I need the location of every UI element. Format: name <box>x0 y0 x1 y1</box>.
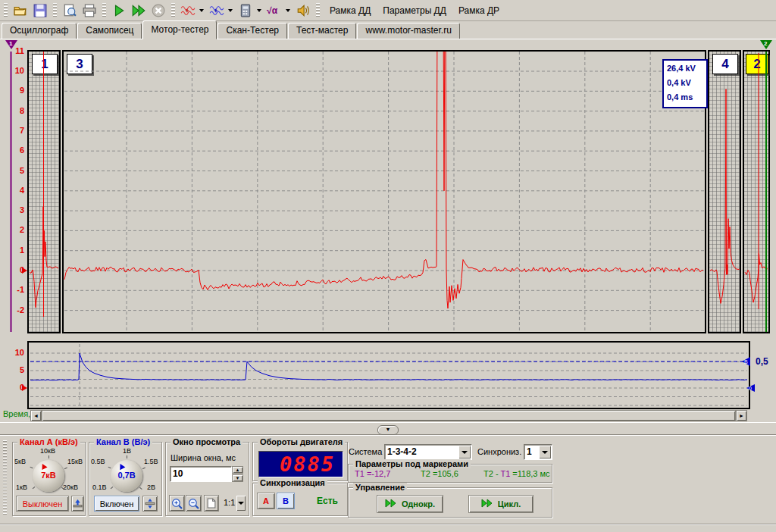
tab-скан-тестер[interactable]: Скан-Тестер <box>217 23 287 39</box>
scrollbar-thumb[interactable] <box>42 410 736 421</box>
math-dropdown-caret[interactable] <box>286 9 290 12</box>
wave-blue-icon <box>209 4 224 17</box>
toolbar-grip[interactable] <box>53 3 57 18</box>
cycle-run-label: Цикл. <box>498 499 521 509</box>
new-view-button[interactable] <box>204 495 219 512</box>
window-width-input[interactable]: 10 <box>170 466 232 482</box>
start-cycle-button[interactable] <box>130 2 148 20</box>
zoom-in-button[interactable] <box>169 495 185 512</box>
channel-a-title: Канал А (кВ/э) <box>17 437 80 446</box>
channel-b-settings-button[interactable] <box>208 2 226 20</box>
toolbar-grip[interactable] <box>102 3 106 18</box>
toolbar-grip[interactable] <box>171 3 175 18</box>
window-width-spinner[interactable]: ▲ ▼ <box>232 466 243 482</box>
timeline-tick-10: 10 <box>2 348 24 357</box>
toolbar-grip[interactable] <box>4 3 8 18</box>
speaker-icon <box>296 4 310 17</box>
sync-a-button[interactable]: А <box>257 493 275 509</box>
start-button[interactable] <box>110 2 128 20</box>
menu-item-1[interactable]: Рамка ДД <box>324 3 377 18</box>
marker-params-group: Параметры под маркерами T1 =-12,7 T2 =10… <box>348 464 552 483</box>
calculator-dropdown-caret[interactable] <box>257 9 261 12</box>
status-bar <box>0 524 776 532</box>
print-preview-button[interactable] <box>61 2 79 20</box>
timeline-tick-0: 0 <box>2 383 24 392</box>
control-panel: Канал А (кВ/э) 10кВ 5кВ 15кВ 1кВ 20кВ 7к… <box>0 435 776 524</box>
dial-b-15v: 1.5В <box>144 458 158 465</box>
rpm-display: 0885 <box>258 451 343 477</box>
save-button[interactable] <box>31 2 49 20</box>
readout-kv-burn: 0,4 kV <box>667 76 706 90</box>
spinner-up-button[interactable]: ▲ <box>232 466 243 474</box>
channel-b-knob[interactable]: 0,7В <box>111 460 142 492</box>
collapse-panel-button[interactable]: ▼ <box>377 425 399 435</box>
scrollbar-left-arrow[interactable]: ◄ <box>30 410 42 421</box>
zoom-out-button[interactable] <box>186 495 202 512</box>
cylinder-label-1[interactable]: 1 <box>32 54 58 74</box>
rpm-title: Обороты двигателя <box>258 437 345 446</box>
zoom-out-icon <box>188 498 199 509</box>
channel-a-knob[interactable]: 7кВ <box>33 460 64 492</box>
system-combo-caret[interactable] <box>458 446 471 458</box>
print-button[interactable] <box>80 2 99 20</box>
sound-button[interactable] <box>294 2 312 20</box>
system-combo[interactable]: 1-3-4-2 <box>384 444 472 460</box>
zoom-ratio-value: 1:1 <box>224 498 235 507</box>
knob-b-pointer <box>117 462 125 470</box>
wave-red-icon <box>180 4 196 17</box>
delta-t-value: T2 - T1 =118,3 мс <box>483 469 550 478</box>
run-title: Управление <box>353 483 407 492</box>
timeline-zero-arrow-icon <box>22 385 27 391</box>
channel-b-position-button[interactable] <box>142 496 158 512</box>
sync-source-caret[interactable] <box>539 446 551 458</box>
cylinder-label-2-selected[interactable]: 2 <box>746 54 768 74</box>
tab-мотор-тестер[interactable]: Мотор-тестер <box>142 20 217 39</box>
menu-item-3[interactable]: Рамка ДР <box>452 3 505 18</box>
scope-zero-arrow-icon <box>22 268 27 274</box>
open-file-button[interactable] <box>11 2 30 20</box>
channel-a-settings-button[interactable] <box>179 2 197 20</box>
t1-value: T1 =-12,7 <box>355 469 390 478</box>
timeline-scrollbar[interactable]: ◄ ► <box>30 410 747 421</box>
panel-grip[interactable] <box>3 440 7 516</box>
timeline-box <box>27 341 750 409</box>
channel-b-value: 0,7В <box>111 471 142 480</box>
sync-source-combo[interactable]: 1 <box>524 444 552 460</box>
math-button[interactable]: √α <box>265 2 283 20</box>
tab-www.motor-master.ru[interactable]: www.motor-master.ru <box>357 23 459 39</box>
cycle-run-button[interactable]: Цикл. <box>468 495 534 513</box>
sqrt-alpha-icon: √α <box>266 4 283 17</box>
channel-b-group: Канал В (В/э) 1В 0.5В 1.5В 0.1В 2В 0,7В … <box>89 442 162 516</box>
menu-item-2[interactable]: Параметры ДД <box>377 3 452 18</box>
cylinder-label-4[interactable]: 4 <box>712 54 738 74</box>
double-play-icon <box>385 499 397 508</box>
toolbar: √α Рамка ДДПараметры ДДРамка ДР <box>0 0 776 21</box>
channel-a-position-button[interactable] <box>71 496 84 512</box>
tab-осциллограф[interactable]: Осциллограф <box>2 23 77 39</box>
sync-b-button[interactable]: В <box>277 493 295 509</box>
motor-tester-app: √α Рамка ДДПараметры ДДРамка ДР Осциллог… <box>0 0 776 532</box>
tab-тест-мастер[interactable]: Тест-мастер <box>288 23 356 39</box>
scrollbar-right-arrow[interactable]: ► <box>736 410 747 421</box>
sync-source-label: Синхрониз. <box>477 447 521 456</box>
zoom-ratio-caret[interactable] <box>236 496 246 511</box>
toolbar-grip[interactable] <box>316 3 320 18</box>
stop-button[interactable] <box>149 2 167 20</box>
tab-самописец[interactable]: Самописец <box>77 23 142 39</box>
menu-bar: Рамка ДДПараметры ДДРамка ДР <box>324 3 505 18</box>
cylinder-label-3[interactable]: 3 <box>67 54 92 74</box>
zoom-ratio-combo[interactable]: 1:1 <box>221 495 246 512</box>
channel-b-dropdown-caret[interactable] <box>228 9 233 12</box>
channel-a-state-button[interactable]: Выключен <box>16 496 69 512</box>
window-width-label: Ширина окна, мс <box>171 453 236 462</box>
tab-bar: ОсциллографСамописецМотор-тестерСкан-Тес… <box>0 21 776 39</box>
channel-b-state-button[interactable]: Включен <box>94 496 139 512</box>
channel-a-dropdown-caret[interactable] <box>199 9 204 12</box>
marker2-handle-label: 2 <box>764 40 767 47</box>
rpm-group: Обороты двигателя 0885 <box>252 442 348 481</box>
system-value: 1-3-4-2 <box>387 446 417 457</box>
spinner-down-button[interactable]: ▼ <box>232 474 243 482</box>
single-run-button[interactable]: Однокр. <box>377 495 443 513</box>
calculator-button[interactable] <box>236 2 255 20</box>
marker-readout: 26,4 kV 0,4 kV 0,4 ms <box>662 59 708 108</box>
